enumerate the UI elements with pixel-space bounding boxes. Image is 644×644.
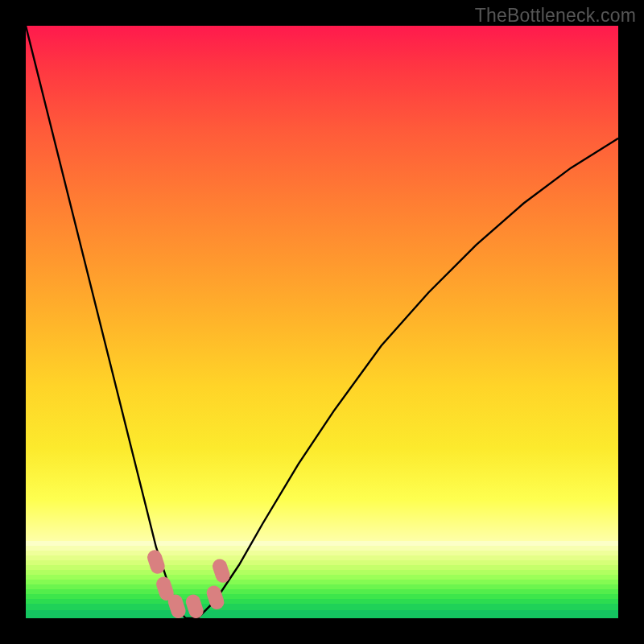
markers-group xyxy=(146,548,232,618)
chart-frame: TheBottleneck.com xyxy=(0,0,644,644)
chart-svg xyxy=(26,26,618,618)
plot-area xyxy=(26,26,618,618)
watermark-text: TheBottleneck.com xyxy=(475,5,636,27)
pink-marker xyxy=(184,592,205,618)
bottleneck-curve-path xyxy=(26,26,618,618)
